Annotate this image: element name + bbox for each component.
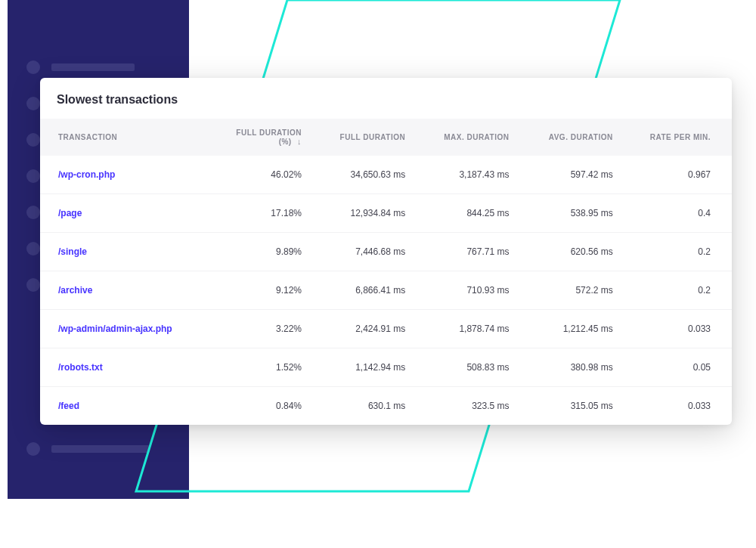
col-header-label: Transaction	[58, 133, 117, 141]
cell-full-duration: 6,866.41 ms	[317, 271, 420, 310]
cell-transaction: /archive	[40, 271, 206, 310]
cell-avg-duration: 1,212.45 ms	[524, 310, 627, 348]
table-row: /robots.txt1.52%1,142.94 ms508.83 ms380.…	[40, 348, 732, 387]
transaction-link[interactable]: /feed	[58, 401, 79, 411]
transaction-link[interactable]: /robots.txt	[58, 362, 103, 373]
cell-rate-per-min: 0.2	[628, 233, 732, 271]
cell-rate-per-min: 0.05	[628, 348, 732, 387]
col-header-label: Max. Duration	[444, 133, 509, 141]
cell-rate-per-min: 0.967	[628, 156, 732, 194]
cell-avg-duration: 597.42 ms	[524, 156, 627, 194]
table-row: /wp-admin/admin-ajax.php3.22%2,424.91 ms…	[40, 310, 732, 348]
cell-full-duration-pct: 3.22%	[206, 310, 317, 348]
cell-full-duration: 630.1 ms	[317, 387, 420, 426]
cell-avg-duration: 620.56 ms	[524, 233, 627, 271]
decorative-sidebar-bottom	[8, 431, 189, 467]
cell-full-duration: 2,424.91 ms	[317, 310, 420, 348]
cell-avg-duration: 315.05 ms	[524, 387, 627, 426]
cell-max-duration: 844.25 ms	[420, 194, 524, 233]
cell-max-duration: 767.71 ms	[420, 233, 524, 271]
cell-avg-duration: 538.95 ms	[524, 194, 627, 233]
transaction-link[interactable]: /wp-admin/admin-ajax.php	[58, 324, 172, 334]
col-header-label: Avg. Duration	[549, 133, 613, 141]
sidebar-placeholder-item	[8, 431, 189, 467]
col-header-max-duration[interactable]: Max. Duration	[420, 119, 524, 156]
cell-transaction: /robots.txt	[40, 348, 206, 387]
cell-full-duration-pct: 0.84%	[206, 387, 317, 426]
cell-full-duration-pct: 17.18%	[206, 194, 317, 233]
cell-full-duration-pct: 46.02%	[206, 156, 317, 194]
transaction-link[interactable]: /single	[58, 246, 87, 257]
card-title: Slowest transactions	[40, 78, 732, 119]
table-header-row: Transaction Full Duration (%) ↓ Full Dur…	[40, 119, 732, 156]
cell-full-duration: 1,142.94 ms	[317, 348, 420, 387]
cell-rate-per-min: 0.4	[628, 194, 732, 233]
cell-full-duration-pct: 1.52%	[206, 348, 317, 387]
col-header-transaction[interactable]: Transaction	[40, 119, 206, 156]
cell-rate-per-min: 0.2	[628, 271, 732, 310]
cell-max-duration: 323.5 ms	[420, 387, 524, 426]
cell-full-duration-pct: 9.12%	[206, 271, 317, 310]
cell-full-duration: 12,934.84 ms	[317, 194, 420, 233]
transaction-link[interactable]: /archive	[58, 285, 92, 296]
table-row: /wp-cron.php46.02%34,650.63 ms3,187.43 m…	[40, 156, 732, 194]
cell-max-duration: 3,187.43 ms	[420, 156, 524, 194]
transaction-link[interactable]: /wp-cron.php	[58, 169, 115, 180]
col-header-rate-per-min[interactable]: Rate per min.	[628, 119, 732, 156]
col-header-label: Rate per min.	[650, 133, 711, 141]
cell-transaction: /feed	[40, 387, 206, 426]
cell-rate-per-min: 0.033	[628, 387, 732, 426]
cell-full-duration: 34,650.63 ms	[317, 156, 420, 194]
col-header-label: Full Duration	[340, 133, 406, 141]
col-header-full-duration-pct[interactable]: Full Duration (%) ↓	[206, 119, 317, 156]
transaction-link[interactable]: /page	[58, 208, 82, 218]
slowest-transactions-card: Slowest transactions Transaction Full Du…	[40, 78, 732, 425]
table-row: /archive9.12%6,866.41 ms710.93 ms572.2 m…	[40, 271, 732, 310]
sort-descending-icon: ↓	[297, 137, 302, 146]
cell-transaction: /page	[40, 194, 206, 233]
cell-avg-duration: 572.2 ms	[524, 271, 627, 310]
table-row: /feed0.84%630.1 ms323.5 ms315.05 ms0.033	[40, 387, 732, 426]
col-header-label: Full Duration (%)	[236, 128, 302, 146]
cell-max-duration: 710.93 ms	[420, 271, 524, 310]
cell-max-duration: 1,878.74 ms	[420, 310, 524, 348]
cell-max-duration: 508.83 ms	[420, 348, 524, 387]
cell-transaction: /single	[40, 233, 206, 271]
cell-transaction: /wp-cron.php	[40, 156, 206, 194]
cell-avg-duration: 380.98 ms	[524, 348, 627, 387]
col-header-full-duration[interactable]: Full Duration	[317, 119, 420, 156]
cell-full-duration-pct: 9.89%	[206, 233, 317, 271]
table-row: /page17.18%12,934.84 ms844.25 ms538.95 m…	[40, 194, 732, 233]
cell-transaction: /wp-admin/admin-ajax.php	[40, 310, 206, 348]
transactions-table: Transaction Full Duration (%) ↓ Full Dur…	[40, 119, 732, 425]
cell-rate-per-min: 0.033	[628, 310, 732, 348]
cell-full-duration: 7,446.68 ms	[317, 233, 420, 271]
table-row: /single9.89%7,446.68 ms767.71 ms620.56 m…	[40, 233, 732, 271]
col-header-avg-duration[interactable]: Avg. Duration	[524, 119, 627, 156]
